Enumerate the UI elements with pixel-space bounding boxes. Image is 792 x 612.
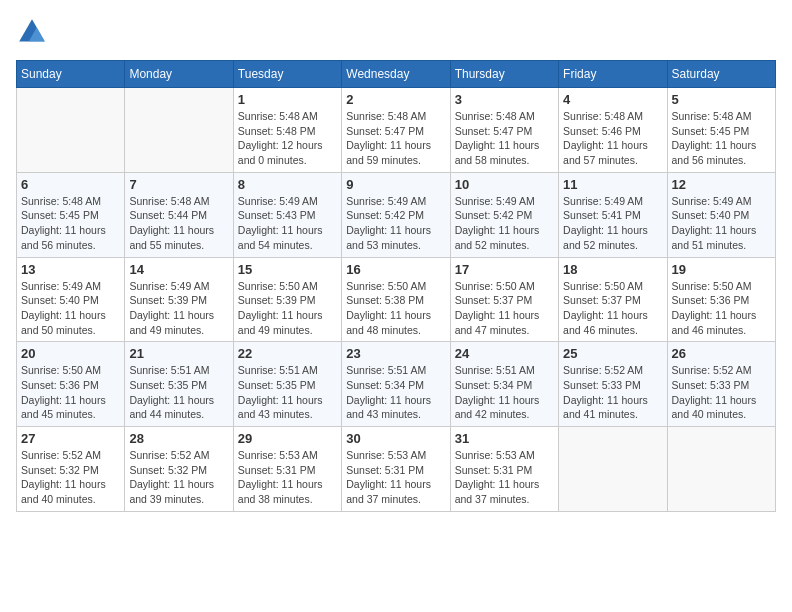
calendar-cell xyxy=(559,427,667,512)
day-info: Sunrise: 5:49 AMSunset: 5:43 PMDaylight:… xyxy=(238,194,337,253)
day-info: Sunrise: 5:52 AMSunset: 5:32 PMDaylight:… xyxy=(129,448,228,507)
day-info: Sunrise: 5:50 AMSunset: 5:37 PMDaylight:… xyxy=(455,279,554,338)
calendar-cell: 29Sunrise: 5:53 AMSunset: 5:31 PMDayligh… xyxy=(233,427,341,512)
calendar-cell: 30Sunrise: 5:53 AMSunset: 5:31 PMDayligh… xyxy=(342,427,450,512)
day-number: 22 xyxy=(238,346,337,361)
calendar-cell: 3Sunrise: 5:48 AMSunset: 5:47 PMDaylight… xyxy=(450,88,558,173)
calendar-cell: 22Sunrise: 5:51 AMSunset: 5:35 PMDayligh… xyxy=(233,342,341,427)
day-number: 18 xyxy=(563,262,662,277)
calendar-cell: 12Sunrise: 5:49 AMSunset: 5:40 PMDayligh… xyxy=(667,172,775,257)
day-number: 30 xyxy=(346,431,445,446)
page-header xyxy=(16,16,776,48)
calendar-cell: 25Sunrise: 5:52 AMSunset: 5:33 PMDayligh… xyxy=(559,342,667,427)
day-number: 24 xyxy=(455,346,554,361)
calendar-header-thursday: Thursday xyxy=(450,61,558,88)
day-info: Sunrise: 5:49 AMSunset: 5:42 PMDaylight:… xyxy=(346,194,445,253)
calendar-cell: 6Sunrise: 5:48 AMSunset: 5:45 PMDaylight… xyxy=(17,172,125,257)
day-number: 4 xyxy=(563,92,662,107)
day-number: 14 xyxy=(129,262,228,277)
calendar-cell: 10Sunrise: 5:49 AMSunset: 5:42 PMDayligh… xyxy=(450,172,558,257)
day-info: Sunrise: 5:48 AMSunset: 5:47 PMDaylight:… xyxy=(346,109,445,168)
day-info: Sunrise: 5:49 AMSunset: 5:39 PMDaylight:… xyxy=(129,279,228,338)
calendar-cell: 20Sunrise: 5:50 AMSunset: 5:36 PMDayligh… xyxy=(17,342,125,427)
calendar-week-row: 6Sunrise: 5:48 AMSunset: 5:45 PMDaylight… xyxy=(17,172,776,257)
calendar-week-row: 20Sunrise: 5:50 AMSunset: 5:36 PMDayligh… xyxy=(17,342,776,427)
day-number: 7 xyxy=(129,177,228,192)
day-number: 20 xyxy=(21,346,120,361)
day-info: Sunrise: 5:50 AMSunset: 5:36 PMDaylight:… xyxy=(672,279,771,338)
day-number: 11 xyxy=(563,177,662,192)
day-number: 25 xyxy=(563,346,662,361)
calendar-week-row: 27Sunrise: 5:52 AMSunset: 5:32 PMDayligh… xyxy=(17,427,776,512)
calendar-cell: 4Sunrise: 5:48 AMSunset: 5:46 PMDaylight… xyxy=(559,88,667,173)
day-info: Sunrise: 5:52 AMSunset: 5:32 PMDaylight:… xyxy=(21,448,120,507)
day-number: 8 xyxy=(238,177,337,192)
calendar-cell: 8Sunrise: 5:49 AMSunset: 5:43 PMDaylight… xyxy=(233,172,341,257)
day-info: Sunrise: 5:50 AMSunset: 5:36 PMDaylight:… xyxy=(21,363,120,422)
day-info: Sunrise: 5:52 AMSunset: 5:33 PMDaylight:… xyxy=(563,363,662,422)
day-info: Sunrise: 5:48 AMSunset: 5:47 PMDaylight:… xyxy=(455,109,554,168)
day-number: 1 xyxy=(238,92,337,107)
calendar-header-saturday: Saturday xyxy=(667,61,775,88)
day-info: Sunrise: 5:49 AMSunset: 5:40 PMDaylight:… xyxy=(672,194,771,253)
calendar-cell: 19Sunrise: 5:50 AMSunset: 5:36 PMDayligh… xyxy=(667,257,775,342)
day-number: 10 xyxy=(455,177,554,192)
day-info: Sunrise: 5:48 AMSunset: 5:46 PMDaylight:… xyxy=(563,109,662,168)
day-number: 6 xyxy=(21,177,120,192)
day-number: 16 xyxy=(346,262,445,277)
calendar-cell: 24Sunrise: 5:51 AMSunset: 5:34 PMDayligh… xyxy=(450,342,558,427)
calendar-cell: 16Sunrise: 5:50 AMSunset: 5:38 PMDayligh… xyxy=(342,257,450,342)
day-info: Sunrise: 5:50 AMSunset: 5:39 PMDaylight:… xyxy=(238,279,337,338)
calendar-week-row: 13Sunrise: 5:49 AMSunset: 5:40 PMDayligh… xyxy=(17,257,776,342)
calendar-header-sunday: Sunday xyxy=(17,61,125,88)
calendar-header-friday: Friday xyxy=(559,61,667,88)
calendar-cell: 31Sunrise: 5:53 AMSunset: 5:31 PMDayligh… xyxy=(450,427,558,512)
day-number: 3 xyxy=(455,92,554,107)
logo xyxy=(16,16,52,48)
calendar-cell: 15Sunrise: 5:50 AMSunset: 5:39 PMDayligh… xyxy=(233,257,341,342)
calendar-cell: 17Sunrise: 5:50 AMSunset: 5:37 PMDayligh… xyxy=(450,257,558,342)
day-info: Sunrise: 5:51 AMSunset: 5:35 PMDaylight:… xyxy=(238,363,337,422)
calendar-cell: 28Sunrise: 5:52 AMSunset: 5:32 PMDayligh… xyxy=(125,427,233,512)
day-info: Sunrise: 5:53 AMSunset: 5:31 PMDaylight:… xyxy=(238,448,337,507)
calendar-header-monday: Monday xyxy=(125,61,233,88)
day-info: Sunrise: 5:48 AMSunset: 5:45 PMDaylight:… xyxy=(21,194,120,253)
day-info: Sunrise: 5:48 AMSunset: 5:44 PMDaylight:… xyxy=(129,194,228,253)
calendar-cell: 23Sunrise: 5:51 AMSunset: 5:34 PMDayligh… xyxy=(342,342,450,427)
calendar-cell: 5Sunrise: 5:48 AMSunset: 5:45 PMDaylight… xyxy=(667,88,775,173)
day-number: 23 xyxy=(346,346,445,361)
day-info: Sunrise: 5:51 AMSunset: 5:35 PMDaylight:… xyxy=(129,363,228,422)
day-number: 5 xyxy=(672,92,771,107)
day-number: 26 xyxy=(672,346,771,361)
calendar-cell xyxy=(17,88,125,173)
day-info: Sunrise: 5:49 AMSunset: 5:42 PMDaylight:… xyxy=(455,194,554,253)
day-number: 21 xyxy=(129,346,228,361)
calendar-cell xyxy=(667,427,775,512)
day-number: 29 xyxy=(238,431,337,446)
calendar-cell xyxy=(125,88,233,173)
day-info: Sunrise: 5:52 AMSunset: 5:33 PMDaylight:… xyxy=(672,363,771,422)
day-number: 15 xyxy=(238,262,337,277)
day-info: Sunrise: 5:49 AMSunset: 5:40 PMDaylight:… xyxy=(21,279,120,338)
calendar-table: SundayMondayTuesdayWednesdayThursdayFrid… xyxy=(16,60,776,512)
calendar-week-row: 1Sunrise: 5:48 AMSunset: 5:48 PMDaylight… xyxy=(17,88,776,173)
day-number: 28 xyxy=(129,431,228,446)
day-number: 9 xyxy=(346,177,445,192)
day-number: 2 xyxy=(346,92,445,107)
day-number: 19 xyxy=(672,262,771,277)
day-info: Sunrise: 5:53 AMSunset: 5:31 PMDaylight:… xyxy=(455,448,554,507)
calendar-cell: 18Sunrise: 5:50 AMSunset: 5:37 PMDayligh… xyxy=(559,257,667,342)
calendar-cell: 1Sunrise: 5:48 AMSunset: 5:48 PMDaylight… xyxy=(233,88,341,173)
calendar-cell: 14Sunrise: 5:49 AMSunset: 5:39 PMDayligh… xyxy=(125,257,233,342)
day-info: Sunrise: 5:48 AMSunset: 5:48 PMDaylight:… xyxy=(238,109,337,168)
calendar-cell: 26Sunrise: 5:52 AMSunset: 5:33 PMDayligh… xyxy=(667,342,775,427)
calendar-cell: 11Sunrise: 5:49 AMSunset: 5:41 PMDayligh… xyxy=(559,172,667,257)
calendar-cell: 9Sunrise: 5:49 AMSunset: 5:42 PMDaylight… xyxy=(342,172,450,257)
calendar-cell: 27Sunrise: 5:52 AMSunset: 5:32 PMDayligh… xyxy=(17,427,125,512)
day-number: 17 xyxy=(455,262,554,277)
day-number: 27 xyxy=(21,431,120,446)
calendar-cell: 2Sunrise: 5:48 AMSunset: 5:47 PMDaylight… xyxy=(342,88,450,173)
calendar-header-wednesday: Wednesday xyxy=(342,61,450,88)
day-info: Sunrise: 5:51 AMSunset: 5:34 PMDaylight:… xyxy=(455,363,554,422)
day-info: Sunrise: 5:50 AMSunset: 5:37 PMDaylight:… xyxy=(563,279,662,338)
